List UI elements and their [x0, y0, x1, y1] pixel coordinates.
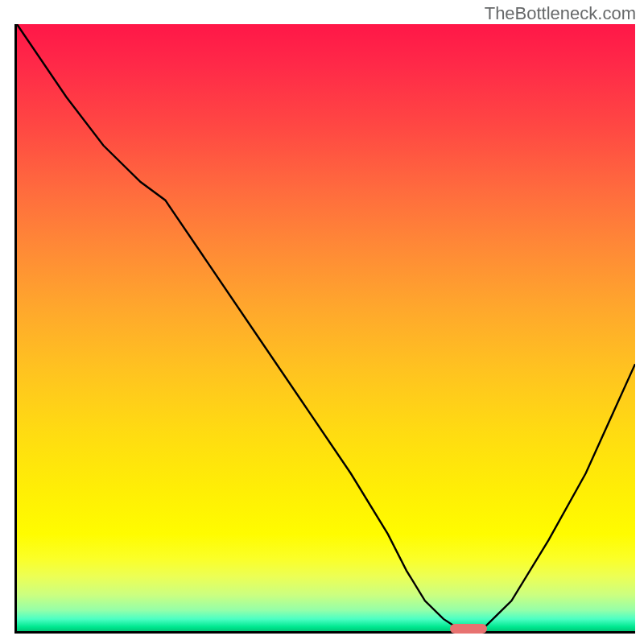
- plot-area: [14, 24, 635, 634]
- bottleneck-curve: [17, 24, 635, 631]
- watermark-text: TheBottleneck.com: [485, 3, 636, 24]
- curve-svg: [17, 24, 635, 631]
- chart-container: TheBottleneck.com: [0, 0, 644, 644]
- optimal-marker: [450, 624, 487, 634]
